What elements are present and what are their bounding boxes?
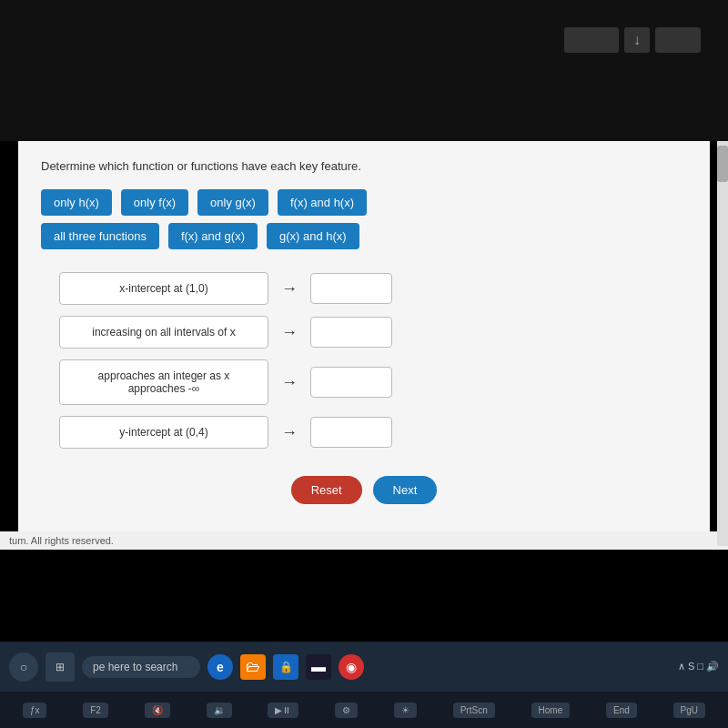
keyboard-shortcut-bar: ƒx F2 🔇 🔉 ▶⏸ ⚙ ☀ PrtScn Home End PgU: [0, 692, 728, 728]
taskbar-right: ∧ S □ 🔊: [678, 661, 719, 672]
arrow-2: →: [281, 323, 298, 342]
scrollbar[interactable]: [717, 141, 728, 546]
edge-icon[interactable]: e: [207, 654, 233, 680]
content-area: Determine which function or functions ha…: [18, 141, 710, 531]
match-label-3: approaches an integer as x approaches -∞: [59, 359, 268, 405]
vpn-icon[interactable]: ▬: [306, 654, 331, 680]
folder-icon[interactable]: 🗁: [240, 654, 266, 680]
match-row-4: y-intercept at (0,4) →: [59, 416, 669, 449]
arrow-1: →: [281, 279, 298, 298]
key-fx: ƒx: [23, 703, 47, 718]
match-target-4[interactable]: [310, 417, 392, 448]
question-text: Determine which function or functions ha…: [41, 159, 687, 173]
match-row-1: x-intercept at (1,0) →: [59, 272, 669, 305]
key-f3: 🔇: [145, 703, 170, 718]
chips-container: only h(x) only f(x) only g(x) f(x) and h…: [41, 189, 687, 249]
match-row-2: increasing on all intervals of x →: [59, 316, 669, 349]
shield-icon[interactable]: 🔒: [273, 654, 298, 680]
footer: tum. All rights reserved.: [0, 531, 728, 550]
buttons-row: Reset Next: [41, 476, 687, 504]
chip-only-hx[interactable]: only h(x): [41, 189, 112, 216]
screen: ↓ Determine which function or functions …: [0, 0, 728, 728]
match-label-2: increasing on all intervals of x: [59, 316, 268, 349]
chip-all-three[interactable]: all three functions: [41, 223, 159, 249]
key-f6: ⚙: [335, 703, 358, 718]
key-home: Home: [531, 703, 571, 718]
taskbar: ○ ⊞ pe here to search e 🗁 🔒 ▬ ◉ ∧ S □ 🔊: [0, 642, 728, 692]
chip-fx-hx[interactable]: f(x) and h(x): [278, 189, 367, 216]
search-placeholder: pe here to search: [93, 661, 177, 673]
scrollbar-thumb[interactable]: [717, 146, 728, 182]
match-label-1: x-intercept at (1,0): [59, 272, 268, 305]
chip-fx-gx[interactable]: f(x) and g(x): [168, 223, 258, 249]
arrow-4: →: [281, 423, 298, 442]
chips-row-1: only h(x) only f(x) only g(x) f(x) and h…: [41, 189, 687, 216]
match-target-3[interactable]: [310, 367, 392, 398]
key-prtscn: PrtScn: [453, 703, 495, 718]
key-end: End: [606, 703, 637, 718]
next-button[interactable]: Next: [373, 476, 438, 504]
matching-container: x-intercept at (1,0) → increasing on all…: [41, 272, 687, 449]
key-pgup: PgU: [673, 703, 705, 718]
arrow-3: →: [281, 373, 298, 392]
chip-only-fx[interactable]: only f(x): [121, 189, 188, 216]
match-target-2[interactable]: [310, 317, 392, 348]
key-f7: ☀: [394, 703, 417, 718]
match-label-4: y-intercept at (0,4): [59, 416, 268, 449]
chips-row-2: all three functions f(x) and g(x) g(x) a…: [41, 223, 687, 249]
top-bar: ↓: [0, 0, 728, 141]
search-bar[interactable]: pe here to search: [82, 656, 200, 678]
key-f4: 🔉: [207, 703, 232, 718]
key-f2: F2: [83, 703, 108, 718]
match-target-1[interactable]: [310, 273, 392, 304]
start-icon[interactable]: ○: [9, 652, 38, 682]
taskview-icon[interactable]: ⊞: [46, 652, 75, 682]
key-f5: ▶⏸: [268, 703, 298, 718]
match-row-3: approaches an integer as x approaches -∞…: [59, 359, 669, 405]
chrome-icon[interactable]: ◉: [339, 654, 364, 680]
chip-gx-hx[interactable]: g(x) and h(x): [267, 223, 359, 249]
taskbar-system-tray: ∧ S □ 🔊: [678, 661, 719, 672]
reset-button[interactable]: Reset: [291, 476, 362, 504]
chip-only-gx[interactable]: only g(x): [197, 189, 268, 216]
